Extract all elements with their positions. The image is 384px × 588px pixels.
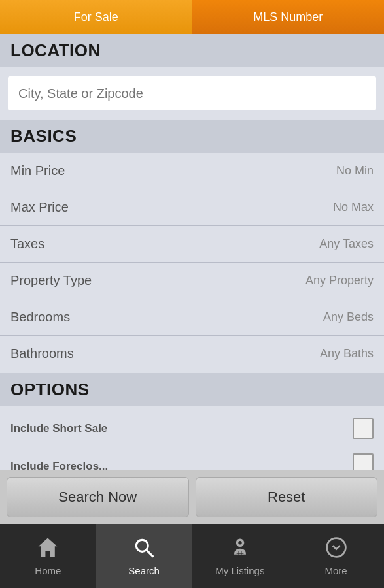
min-price-label: Min Price <box>10 163 65 178</box>
location-input[interactable] <box>8 76 376 110</box>
nav-item-my-listings[interactable]: My Listings <box>192 524 288 588</box>
bedrooms-value: Any Beds <box>323 310 374 324</box>
bathrooms-value: Any Baths <box>320 347 374 361</box>
options-section: OPTIONS Include Short Sale Include Forec… <box>0 373 384 475</box>
options-section-header: OPTIONS <box>0 373 384 406</box>
mls-number-tab[interactable]: MLS Number <box>192 0 385 34</box>
property-type-row[interactable]: Property Type Any Property <box>0 263 384 299</box>
bathrooms-row[interactable]: Bathrooms Any Baths <box>0 336 384 372</box>
nav-more-label: More <box>325 565 347 576</box>
property-type-value: Any Property <box>305 274 374 287</box>
action-buttons-bar: Search Now Reset <box>0 470 384 524</box>
bathrooms-label: Bathrooms <box>10 346 74 361</box>
taxes-value: Any Taxes <box>319 237 374 251</box>
taxes-row[interactable]: Taxes Any Taxes <box>0 226 384 263</box>
home-icon <box>36 536 60 563</box>
svg-point-4 <box>238 541 241 544</box>
short-sale-label: Include Short Sale <box>10 422 107 435</box>
location-area <box>0 67 384 120</box>
property-type-label: Property Type <box>10 273 92 288</box>
more-icon <box>324 536 348 563</box>
reset-button[interactable]: Reset <box>196 477 378 517</box>
listings-icon <box>228 536 252 563</box>
max-price-value: No Max <box>333 201 374 214</box>
bedrooms-label: Bedrooms <box>10 310 70 325</box>
search-icon <box>132 536 156 563</box>
nav-item-home[interactable]: Home <box>0 524 96 588</box>
for-sale-tab[interactable]: For Sale <box>0 0 192 34</box>
nav-item-search[interactable]: Search <box>96 524 192 588</box>
svg-point-5 <box>326 538 345 557</box>
basics-section-header: BASICS <box>0 120 384 153</box>
top-tab-bar: For Sale MLS Number <box>0 0 384 34</box>
search-now-button[interactable]: Search Now <box>7 477 189 517</box>
svg-line-2 <box>147 550 154 557</box>
short-sale-checkbox[interactable] <box>353 418 374 439</box>
bedrooms-row[interactable]: Bedrooms Any Beds <box>0 299 384 336</box>
location-section-header: LOCATION <box>0 34 384 67</box>
nav-search-label: Search <box>128 565 160 576</box>
max-price-label: Max Price <box>10 200 69 215</box>
min-price-row[interactable]: Min Price No Min <box>0 153 384 189</box>
taxes-label: Taxes <box>10 237 44 252</box>
max-price-row[interactable]: Max Price No Max <box>0 189 384 226</box>
svg-marker-0 <box>39 538 58 557</box>
nav-listings-label: My Listings <box>215 565 264 576</box>
svg-point-1 <box>136 540 148 551</box>
min-price-value: No Min <box>336 164 374 178</box>
nav-home-label: Home <box>35 565 61 576</box>
short-sale-row[interactable]: Include Short Sale <box>0 406 384 451</box>
nav-item-more[interactable]: More <box>288 524 384 588</box>
basics-section: Min Price No Min Max Price No Max Taxes … <box>0 153 384 372</box>
bottom-nav-bar: Home Search My Listings <box>0 524 384 588</box>
